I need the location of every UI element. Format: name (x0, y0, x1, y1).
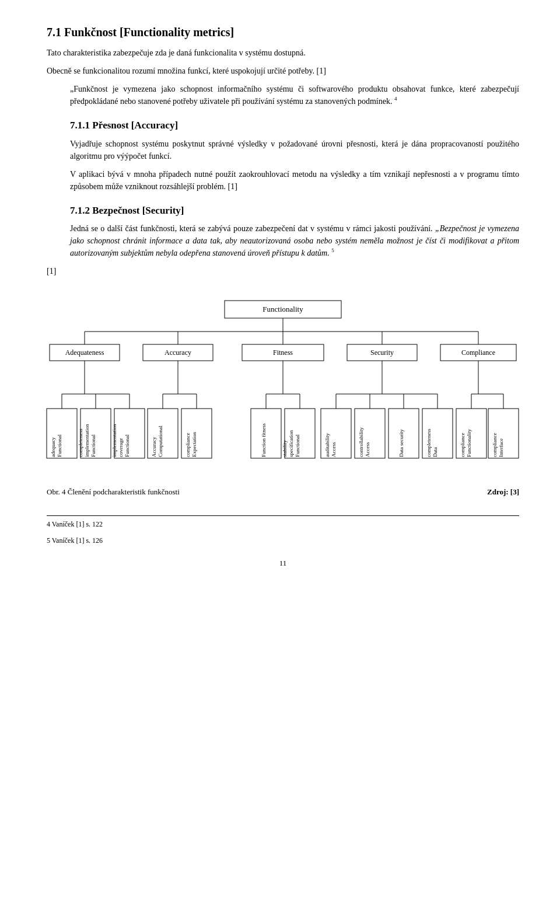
footnote-ref-5: 5 (331, 247, 334, 253)
svg-text:adequacy: adequacy (50, 437, 56, 457)
svg-text:controllability: controllability (358, 427, 364, 457)
footnote-ref-4: 4 (394, 96, 397, 102)
security-paragraph-1: Jedná se o další část funkčnosti, která … (70, 222, 519, 259)
svg-text:Expectation: Expectation (191, 432, 197, 457)
subsection-accuracy-title: 7.1.1 Přesnost [Accuracy] (70, 118, 519, 133)
diagram-caption-right: Zdroj: [3] (487, 486, 519, 498)
svg-text:Adequateness: Adequateness (65, 348, 104, 357)
diagram-caption-left: Obr. 4 Členění podcharakteristik funkčno… (47, 486, 180, 498)
svg-text:compliance: compliance (460, 433, 466, 457)
svg-text:coverage: coverage (118, 438, 124, 457)
svg-text:Functional: Functional (90, 434, 96, 457)
svg-text:compliance: compliance (185, 433, 191, 457)
svg-text:Access: Access (331, 442, 337, 457)
svg-text:stability: stability (282, 440, 288, 457)
svg-text:specification: specification (288, 430, 294, 457)
svg-text:auditability: auditability (324, 433, 330, 457)
tree-diagram: Functionality Adequateness Accuracy Fitn… (44, 295, 522, 482)
accuracy-paragraph-1: Vyjadřuje schopnost systému poskytnut sp… (70, 138, 519, 162)
svg-text:implementation: implementation (84, 424, 90, 457)
footnote-5: 5 Vaníček [1] s. 126 (47, 535, 519, 546)
page-number: 11 (47, 557, 519, 569)
svg-text:Accuracy: Accuracy (151, 437, 157, 457)
footnotes: 4 Vaníček [1] s. 122 5 Vaníček [1] s. 12… (47, 515, 519, 546)
svg-text:Computational: Computational (158, 426, 163, 457)
svg-text:Functionality: Functionality (466, 429, 472, 457)
svg-text:Functional: Functional (124, 434, 130, 457)
svg-text:Functional: Functional (57, 434, 62, 457)
footnote-4: 4 Vaníček [1] s. 122 (47, 519, 519, 529)
svg-text:Access: Access (365, 442, 370, 457)
svg-text:completeness: completeness (78, 428, 83, 457)
svg-text:Security: Security (370, 348, 394, 357)
diagram-container: Functionality Adequateness Accuracy Fitn… (47, 295, 519, 498)
block-quote-text: „Funkčnost je vymezena jako schopnost in… (70, 85, 519, 106)
svg-text:Functional: Functional (295, 434, 300, 457)
svg-text:Accuracy: Accuracy (164, 348, 191, 357)
diagram-caption: Obr. 4 Členění podcharakteristik funkčno… (47, 486, 519, 498)
svg-text:Data security: Data security (398, 429, 404, 457)
intro-paragraph-1: Tato charakteristika zabezpečuje zda je … (47, 47, 519, 59)
section-title: 7.1 Funkčnost [Functionality metrics] (47, 23, 519, 41)
svg-text:Compliance: Compliance (461, 348, 495, 357)
svg-text:Fitness: Fitness (273, 348, 293, 357)
svg-text:Functionality: Functionality (262, 305, 303, 313)
svg-text:Interface: Interface (498, 438, 504, 457)
svg-text:compliance: compliance (492, 433, 498, 457)
subsection-security-title: 7.1.2 Bezpečnost [Security] (70, 203, 519, 218)
block-quote: „Funkčnost je vymezena jako schopnost in… (70, 83, 519, 107)
security-text-1: Jedná se o další část funkčnosti, která … (70, 224, 433, 233)
security-ref: [1] (47, 265, 519, 277)
svg-text:implementation: implementation (111, 424, 117, 457)
svg-text:Function fitness: Function fitness (261, 423, 267, 457)
accuracy-paragraph-2: V aplikaci bývá v mnoha případech nutné … (70, 168, 519, 193)
svg-text:Data: Data (432, 447, 438, 457)
intro-paragraph-2: Obecně se funkcionalitou rozumí množina … (47, 65, 519, 77)
svg-text:completeness: completeness (426, 428, 432, 457)
